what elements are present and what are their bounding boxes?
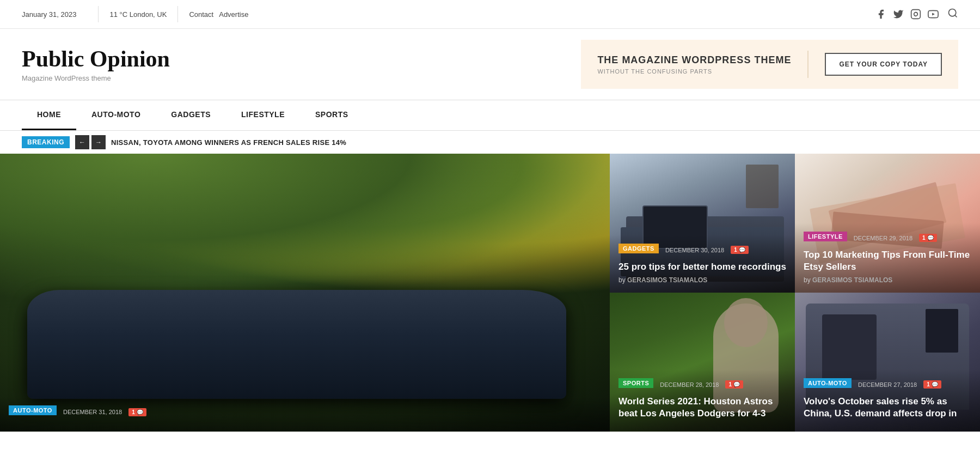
sports-comment-count: 1 xyxy=(728,381,732,387)
banner-subtitle: WITHOUT THE CONFUSING PARTS xyxy=(597,68,791,75)
header: Public Opinion Magazine WordPress theme … xyxy=(0,29,980,100)
auto-moto2-title: Volvo's October sales rise 5% as China, … xyxy=(804,396,971,420)
sports-category[interactable]: SPORTS xyxy=(618,378,653,388)
auto-moto2-date: DECEMBER 27, 2018 xyxy=(858,381,917,388)
lamp-illustration xyxy=(746,165,779,208)
auto-moto2-comment-count: 1 xyxy=(927,381,930,387)
article-card-auto-moto-2[interactable]: AUTO-MOTO DECEMBER 27, 2018 1 💬 Volvo's … xyxy=(795,293,980,432)
breaking-label: BREAKING xyxy=(22,136,70,148)
banner-cta-button[interactable]: GET YOUR COPY TODAY xyxy=(825,53,942,76)
lifestyle-comment-icon: 💬 xyxy=(927,235,934,241)
main-nav: HOME AUTO-MOTO GADGETS LIFESTYLE SPORTS xyxy=(0,100,980,131)
banner-divider xyxy=(807,51,808,78)
gadgets-comment-count: 1 xyxy=(734,247,737,253)
auto-moto2-top-meta: AUTO-MOTO DECEMBER 27, 2018 1 💬 xyxy=(804,378,971,391)
featured-comment-count: 1 xyxy=(132,409,135,415)
lifestyle-date: DECEMBER 29, 2018 xyxy=(854,235,912,241)
gadgets-comment-icon: 💬 xyxy=(739,247,745,253)
main-content-grid: AUTO-MOTO DECEMBER 31, 2018 1 💬 GADGETS … xyxy=(0,154,980,432)
featured-top-meta: AUTO-MOTO DECEMBER 31, 2018 1 💬 xyxy=(9,405,601,418)
sports-comment-icon: 💬 xyxy=(733,381,740,387)
svg-rect-0 xyxy=(911,10,921,19)
social-icons xyxy=(875,9,939,20)
facebook-icon[interactable] xyxy=(875,9,886,20)
instagram-icon[interactable] xyxy=(910,9,921,20)
lifestyle-byline: by GERASIMOS TSIAMALOS xyxy=(804,276,971,284)
nav-item-auto-moto[interactable]: AUTO-MOTO xyxy=(76,100,156,130)
svg-line-4 xyxy=(955,15,957,17)
nav-item-home[interactable]: HOME xyxy=(22,100,76,130)
gadgets-top-meta: GADGETS DECEMBER 30, 2018 1 💬 xyxy=(618,244,786,257)
sports-article-meta: SPORTS DECEMBER 28, 2018 1 💬 World Serie… xyxy=(610,369,795,432)
search-icon[interactable] xyxy=(947,8,958,21)
gadgets-comment-badge: 1 💬 xyxy=(731,246,749,254)
featured-image xyxy=(0,154,610,432)
weather-display: 11 °C London, UK xyxy=(109,10,167,19)
divider-2 xyxy=(177,6,178,22)
sports-top-meta: SPORTS DECEMBER 28, 2018 1 💬 xyxy=(618,378,786,391)
top-bar: January 31, 2023 11 °C London, UK Contac… xyxy=(0,0,980,29)
sports-title: World Series 2021: Houston Astros beat L… xyxy=(618,396,786,420)
gadgets-byline: by GERASIMOS TSIAMALOS xyxy=(618,276,786,284)
sports-comment-badge: 1 💬 xyxy=(725,380,743,389)
gadgets-date: DECEMBER 30, 2018 xyxy=(665,247,724,253)
lifestyle-category[interactable]: LIFESTYLE xyxy=(804,232,847,241)
article-card-gadgets[interactable]: GADGETS DECEMBER 30, 2018 1 💬 25 pro tip… xyxy=(610,154,795,293)
twitter-icon[interactable] xyxy=(893,9,904,20)
nav-item-gadgets[interactable]: GADGETS xyxy=(156,100,226,130)
contact-link[interactable]: Contact xyxy=(189,10,213,19)
banner-title: THE MAGAZINE WORDPRESS THEME xyxy=(597,54,791,66)
auto-moto2-comment-icon: 💬 xyxy=(932,381,938,387)
breaking-news-bar: BREAKING ← → NISSAN, TOYOTA AMONG WINNER… xyxy=(0,131,980,154)
site-subtitle: Magazine WordPress theme xyxy=(22,74,170,82)
article-card-lifestyle[interactable]: LIFESTYLE DECEMBER 29, 2018 1 💬 Top 10 M… xyxy=(795,154,980,293)
lifestyle-article-meta: LIFESTYLE DECEMBER 29, 2018 1 💬 Top 10 M… xyxy=(795,223,980,293)
top-bar-right xyxy=(875,8,958,21)
top-links: Contact Advertise xyxy=(189,10,248,19)
lifestyle-comment-count: 1 xyxy=(922,235,926,241)
wheel-right xyxy=(495,354,539,398)
featured-article[interactable]: AUTO-MOTO DECEMBER 31, 2018 1 💬 xyxy=(0,154,610,432)
nav-item-sports[interactable]: SPORTS xyxy=(300,100,364,130)
breaking-headline: NISSAN, TOYOTA AMONG WINNERS AS FRENCH S… xyxy=(111,138,346,147)
auto-moto2-comment-badge: 1 💬 xyxy=(923,380,941,389)
lifestyle-comment-badge: 1 💬 xyxy=(919,234,937,242)
sports-date: DECEMBER 28, 2018 xyxy=(660,381,719,388)
featured-category[interactable]: AUTO-MOTO xyxy=(9,405,57,415)
logo-area: Public Opinion Magazine WordPress theme xyxy=(22,46,170,82)
banner-text: THE MAGAZINE WORDPRESS THEME WITHOUT THE… xyxy=(597,54,791,75)
wheel-left xyxy=(65,354,109,398)
nav-item-lifestyle[interactable]: LIFESTYLE xyxy=(226,100,300,130)
comment-icon: 💬 xyxy=(137,409,143,415)
car-illustration xyxy=(33,301,555,388)
advertisement-banner: THE MAGAZINE WORDPRESS THEME WITHOUT THE… xyxy=(581,40,958,89)
featured-comment-badge: 1 💬 xyxy=(128,408,146,416)
svg-marker-2 xyxy=(932,13,935,15)
divider-1 xyxy=(98,6,99,22)
gadgets-title: 25 pro tips for better home recordings xyxy=(618,261,786,273)
gadgets-category[interactable]: GADGETS xyxy=(618,244,659,253)
breaking-next-button[interactable]: → xyxy=(91,135,106,149)
breaking-prev-button[interactable]: ← xyxy=(75,135,89,149)
youtube-icon[interactable] xyxy=(928,9,939,20)
advertise-link[interactable]: Advertise xyxy=(219,10,248,19)
top-bar-left: January 31, 2023 11 °C London, UK Contac… xyxy=(22,6,248,22)
gadgets-article-meta: GADGETS DECEMBER 30, 2018 1 💬 25 pro tip… xyxy=(610,235,795,293)
lifestyle-title: Top 10 Marketing Tips From Full-Time Ets… xyxy=(804,249,971,273)
featured-date: DECEMBER 31, 2018 xyxy=(63,409,122,415)
auto-moto2-category[interactable]: AUTO-MOTO xyxy=(804,378,852,388)
article-card-sports[interactable]: SPORTS DECEMBER 28, 2018 1 💬 World Serie… xyxy=(610,293,795,432)
featured-article-meta: AUTO-MOTO DECEMBER 31, 2018 1 💬 xyxy=(0,397,610,432)
svg-point-3 xyxy=(949,9,956,16)
date-display: January 31, 2023 xyxy=(22,10,87,19)
breaking-arrows: ← → xyxy=(75,135,106,149)
auto-moto2-article-meta: AUTO-MOTO DECEMBER 27, 2018 1 💬 Volvo's … xyxy=(795,369,980,432)
lifestyle-top-meta: LIFESTYLE DECEMBER 29, 2018 1 💬 xyxy=(804,232,971,245)
site-title[interactable]: Public Opinion xyxy=(22,46,170,71)
